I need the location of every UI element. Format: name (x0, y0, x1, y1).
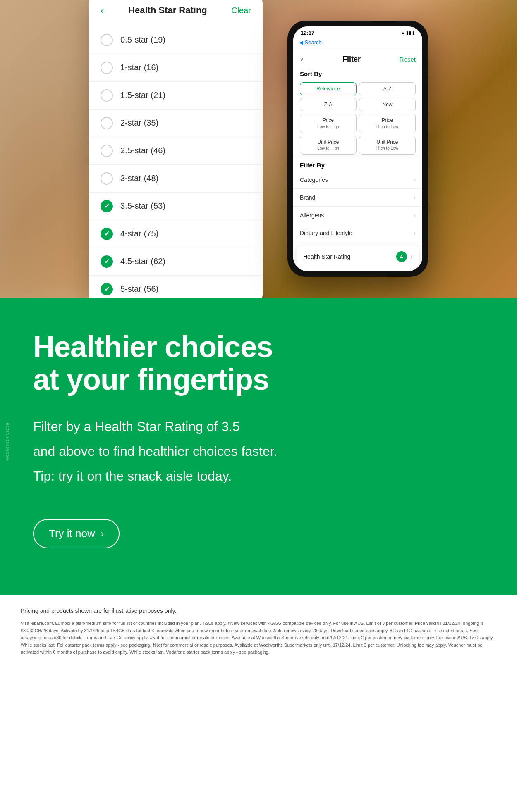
chevron-right-icon: › (414, 176, 416, 183)
filter-label: 1-star (16) (120, 63, 158, 72)
sort-price-high[interactable]: PriceHigh to Low (359, 114, 416, 133)
show-market-row: 🅦 Show Everyday Market Items (293, 268, 422, 271)
radio-unchecked[interactable] (101, 89, 113, 102)
filter-card-header: ‹ Health Star Rating Clear (89, 0, 263, 26)
chevron-right-icon: › (414, 229, 416, 237)
green-subtext-2: and above to find healthier choices fast… (33, 441, 484, 461)
green-heading: Healthier choicesat your fingertips (33, 331, 484, 396)
sort-grid: Relevance A-Z Z-A New PriceLow to High P… (293, 80, 422, 157)
radio-unchecked[interactable] (101, 34, 113, 46)
filter-label: 2.5-star (46) (120, 146, 165, 155)
filter-label: 3-star (48) (120, 174, 158, 183)
sort-price-low[interactable]: PriceLow to High (300, 114, 357, 133)
chevron-right-icon: › (414, 212, 416, 219)
filter-label: 1.5-star (21) (120, 90, 165, 100)
radio-unchecked[interactable] (101, 145, 113, 157)
filter-item-7[interactable]: 4-star (75) (89, 220, 263, 248)
disclaimer-fine: Visit lebara.com.au/mobile-plan/medium-s… (21, 620, 496, 656)
radio-unchecked[interactable] (101, 172, 113, 185)
filter-brand-label: Brand (300, 194, 315, 201)
filter-card: ‹ Health Star Rating Clear 0.5-star (19)… (89, 0, 263, 298)
filter-label: 3.5-star (53) (120, 201, 165, 211)
expand-icon[interactable]: ∨ (300, 57, 304, 62)
green-tip: Tip: try it on the snack aisle today. (33, 466, 484, 486)
filter-categories-label: Categories (300, 176, 328, 183)
radio-unchecked[interactable] (101, 117, 113, 129)
filter-item-3[interactable]: 2-star (35) (89, 110, 263, 137)
hsr-bar-right: 4 › (396, 251, 412, 262)
disclaimer-section: Pricing and products shown are for illus… (0, 595, 517, 664)
sort-unit-high[interactable]: Unit PriceHigh to Low (359, 136, 416, 155)
radio-checked[interactable] (101, 255, 113, 268)
filter-row-categories[interactable]: Categories › (293, 171, 422, 189)
filter-row-dietary[interactable]: Dietary and Lifestyle › (293, 224, 422, 242)
filter-dietary-label: Dietary and Lifestyle (300, 230, 352, 236)
filter-label: 4.5-star (62) (120, 257, 165, 266)
sort-az[interactable]: A-Z (359, 82, 416, 95)
phone-inner: 12:17 ▲ ▮▮ ▮ ◀ Search ∨ Filter Reset Sor… (293, 26, 422, 271)
filter-item-0[interactable]: 0.5-star (19) (89, 26, 263, 54)
reset-button[interactable]: Reset (400, 56, 416, 63)
green-section-wrapper: Healthier choicesat your fingertips Filt… (0, 298, 517, 595)
radio-checked[interactable] (101, 283, 113, 295)
phone-filter-section: ∨ Filter Reset Sort By Relevance A-Z Z-A… (293, 49, 422, 271)
side-label: WC0660324/VIC36 (5, 422, 10, 461)
chevron-right-icon: › (410, 253, 412, 260)
phone-search-bar: ◀ Search (293, 38, 422, 49)
sort-unit-low[interactable]: Unit PriceLow to High (300, 136, 357, 155)
filter-label: 4-star (75) (120, 229, 158, 238)
filter-row-allergens[interactable]: Allergens › (293, 207, 422, 224)
sort-by-label: Sort By (293, 68, 422, 80)
filter-item-4[interactable]: 2.5-star (46) (89, 137, 263, 165)
radio-unchecked[interactable] (101, 62, 113, 74)
radio-checked[interactable] (101, 200, 113, 212)
phone-outer: 12:17 ▲ ▮▮ ▮ ◀ Search ∨ Filter Reset Sor… (287, 21, 428, 277)
try-it-now-button[interactable]: Try it now › (33, 519, 120, 548)
sort-relevance[interactable]: Relevance (300, 82, 357, 95)
clear-button[interactable]: Clear (231, 6, 251, 15)
try-btn-label: Try it now (49, 527, 95, 540)
filter-item-8[interactable]: 4.5-star (62) (89, 248, 263, 276)
filter-allergens-label: Allergens (300, 212, 324, 219)
green-section: Healthier choicesat your fingertips Filt… (0, 298, 517, 595)
filter-item-2[interactable]: 1.5-star (21) (89, 82, 263, 110)
hsr-bar-label: Health Star Rating (303, 253, 350, 260)
phone-filter-header: ∨ Filter Reset (293, 49, 422, 68)
green-subtext-1: Filter by a Health Star Rating of 3.5 (33, 417, 484, 436)
filter-label: 2-star (35) (120, 118, 158, 128)
back-icon[interactable]: ‹ (101, 4, 104, 17)
filter-item-1[interactable]: 1-star (16) (89, 54, 263, 82)
status-time: 12:17 (301, 30, 314, 36)
filter-item-5[interactable]: 3-star (48) (89, 165, 263, 193)
chevron-right-icon: › (414, 194, 416, 201)
top-section: ‹ Health Star Rating Clear 0.5-star (19)… (0, 0, 517, 298)
filter-card-title: Health Star Rating (128, 5, 207, 16)
sort-new[interactable]: New (359, 98, 416, 111)
search-back-button[interactable]: ◀ Search (299, 39, 322, 45)
disclaimer-main: Pricing and products shown are for illus… (21, 607, 496, 614)
hsr-bar-phone[interactable]: Health Star Rating 4 › (297, 245, 419, 268)
sort-za[interactable]: Z-A (300, 98, 357, 111)
radio-checked[interactable] (101, 228, 113, 240)
filter-label: 5-star (56) (120, 284, 158, 294)
filter-row-brand[interactable]: Brand › (293, 189, 422, 207)
phone-mockup: 12:17 ▲ ▮▮ ▮ ◀ Search ∨ Filter Reset Sor… (287, 21, 428, 277)
status-icons: ▲ ▮▮ ▮ (401, 31, 415, 35)
filter-item-6[interactable]: 3.5-star (53) (89, 193, 263, 220)
filter-by-label: Filter By (293, 157, 422, 171)
phone-status-bar: 12:17 ▲ ▮▮ ▮ (293, 26, 422, 38)
filter-label: 0.5-star (19) (120, 35, 165, 45)
phone-filter-title: Filter (342, 55, 361, 64)
filter-item-9[interactable]: 5-star (56) (89, 276, 263, 298)
hsr-count-badge: 4 (396, 251, 407, 262)
arrow-right-icon: › (101, 529, 104, 539)
